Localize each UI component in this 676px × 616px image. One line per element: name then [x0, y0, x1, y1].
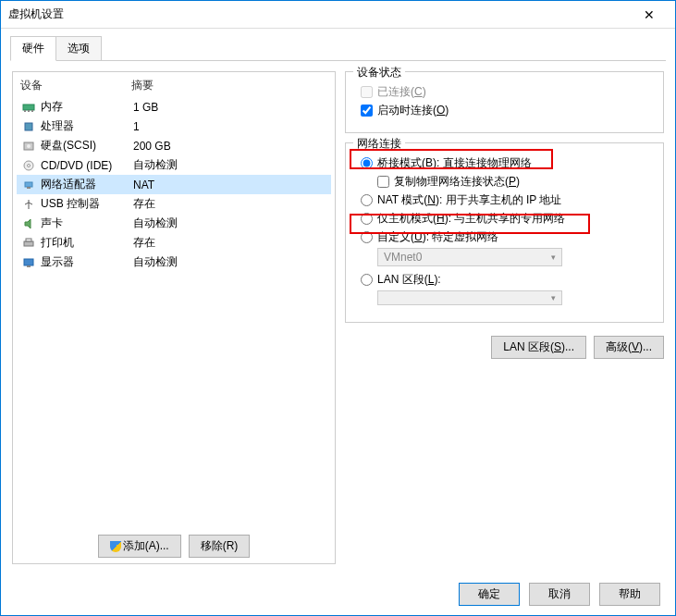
device-summary: NAT: [133, 179, 327, 191]
vmnet-dropdown: VMnet0 ▾: [377, 248, 562, 266]
hostonly-radio[interactable]: [361, 213, 373, 225]
lanseg-dropdown: ▾: [377, 290, 562, 305]
connected-checkbox: [361, 86, 373, 98]
connected-checkbox-row[interactable]: 已连接(C): [361, 84, 654, 100]
hardware-buttons: 添加(A)... 移除(R): [13, 528, 335, 563]
connect-on-start-label: 启动时连接(O): [377, 103, 449, 118]
svg-rect-0: [23, 105, 34, 110]
list-item-selected[interactable]: 网络适配器 NAT: [17, 175, 331, 194]
device-name: 网络适配器: [41, 177, 133, 192]
connect-on-start-checkbox-row[interactable]: 启动时连接(O): [361, 103, 654, 118]
device-status-title: 设备状态: [353, 65, 405, 80]
chevron-down-icon: ▾: [551, 293, 556, 302]
vmnet-value: VMnet0: [384, 251, 422, 264]
svg-rect-11: [24, 241, 33, 246]
svg-rect-13: [24, 259, 33, 265]
lanseg-label: LAN 区段(L):: [377, 272, 441, 288]
svg-rect-1: [24, 110, 26, 112]
tabs: 硬件 选项: [1, 29, 675, 61]
advanced-button[interactable]: 高级(V)...: [594, 336, 664, 359]
device-name: 硬盘(SCSI): [41, 138, 133, 154]
device-summary: 存在: [133, 235, 327, 251]
hostonly-radio-row[interactable]: 仅主机模式(H): 与主机共享的专用网络: [361, 211, 654, 227]
device-name: 内存: [41, 99, 133, 115]
window-title: 虚拟机设置: [8, 6, 631, 22]
hardware-list[interactable]: 内存 1 GB 处理器 1 硬盘(SCSI) 200 GB CD/DVD (ID…: [13, 97, 335, 528]
col-summary: 摘要: [131, 78, 154, 93]
hardware-list-panel: 设备 摘要 内存 1 GB 处理器 1 硬盘(SCSI) 200 GB: [12, 71, 336, 564]
connected-label: 已连接(C): [377, 84, 426, 100]
network-extra-buttons: LAN 区段(S)... 高级(V)...: [345, 332, 664, 363]
network-icon: [20, 178, 37, 192]
nat-radio[interactable]: [361, 194, 373, 206]
device-summary: 自动检测: [133, 254, 327, 270]
custom-radio[interactable]: [361, 231, 373, 243]
cpu-icon: [20, 119, 37, 134]
list-item[interactable]: USB 控制器 存在: [17, 194, 331, 214]
device-name: 打印机: [41, 235, 133, 251]
lanseg-radio-row[interactable]: LAN 区段(L):: [361, 272, 654, 288]
svg-point-6: [27, 144, 31, 148]
printer-icon: [20, 236, 37, 251]
connect-on-start-checkbox[interactable]: [361, 105, 373, 117]
display-icon: [20, 255, 37, 270]
device-summary: 1 GB: [133, 101, 327, 114]
tab-hardware[interactable]: 硬件: [10, 36, 56, 61]
device-name: CD/DVD (IDE): [41, 159, 133, 172]
device-summary: 自动检测: [133, 216, 327, 231]
svg-rect-4: [25, 123, 32, 130]
cancel-button[interactable]: 取消: [529, 583, 590, 606]
list-item[interactable]: 打印机 存在: [17, 233, 331, 253]
col-device: 设备: [20, 78, 131, 93]
hardware-list-header: 设备 摘要: [13, 72, 335, 97]
bridged-radio-row[interactable]: 桥接模式(B): 直接连接物理网络: [361, 155, 654, 171]
svg-point-8: [28, 164, 31, 166]
add-button[interactable]: 添加(A)...: [98, 535, 181, 558]
remove-button[interactable]: 移除(R): [189, 535, 251, 558]
list-item[interactable]: 显示器 自动检测: [17, 253, 331, 272]
cd-icon: [20, 158, 37, 173]
list-item[interactable]: 处理器 1: [17, 117, 331, 136]
vm-settings-window: 虚拟机设置 ✕ 硬件 选项 设备 摘要 内存 1 GB 处理器 1: [0, 0, 676, 616]
nat-label: NAT 模式(N): 用于共享主机的 IP 地址: [377, 192, 561, 208]
list-item[interactable]: 硬盘(SCSI) 200 GB: [17, 136, 331, 155]
memory-icon: [20, 100, 37, 115]
lan-segments-button[interactable]: LAN 区段(S)...: [491, 336, 586, 359]
nat-radio-row[interactable]: NAT 模式(N): 用于共享主机的 IP 地址: [361, 192, 654, 208]
device-summary: 自动检测: [133, 157, 327, 173]
replicate-checkbox-row[interactable]: 复制物理网络连接状态(P): [377, 174, 654, 190]
shield-icon: [110, 541, 121, 552]
tab-options[interactable]: 选项: [55, 36, 102, 61]
device-summary: 存在: [133, 196, 327, 212]
svg-rect-12: [26, 239, 31, 241]
sound-icon: [20, 216, 37, 231]
hdd-icon: [20, 139, 37, 154]
replicate-checkbox[interactable]: [377, 176, 389, 188]
device-status-group: 设备状态 已连接(C) 启动时连接(O): [345, 71, 664, 133]
network-connection-title: 网络连接: [353, 136, 405, 152]
list-item[interactable]: 内存 1 GB: [17, 97, 331, 117]
custom-label: 自定义(U): 特定虚拟网络: [377, 229, 498, 245]
custom-radio-row[interactable]: 自定义(U): 特定虚拟网络: [361, 229, 654, 245]
device-name: 声卡: [41, 216, 133, 231]
svg-rect-14: [27, 265, 31, 267]
device-name: 处理器: [41, 118, 133, 134]
list-item[interactable]: 声卡 自动检测: [17, 214, 331, 233]
device-name: 显示器: [41, 254, 133, 270]
svg-rect-2: [28, 110, 30, 112]
tab-underline: [10, 60, 666, 61]
help-button[interactable]: 帮助: [599, 583, 660, 606]
device-summary: 1: [133, 120, 327, 133]
svg-rect-10: [27, 187, 31, 189]
hostonly-label: 仅主机模式(H): 与主机共享的专用网络: [377, 211, 565, 227]
lanseg-radio[interactable]: [361, 274, 373, 286]
svg-rect-3: [31, 110, 33, 112]
chevron-down-icon: ▾: [551, 253, 556, 262]
add-button-label: 添加(A)...: [123, 539, 169, 552]
replicate-label: 复制物理网络连接状态(P): [394, 174, 520, 190]
ok-button[interactable]: 确定: [459, 583, 520, 606]
bridged-radio[interactable]: [361, 157, 373, 169]
close-icon[interactable]: ✕: [631, 7, 668, 22]
titlebar: 虚拟机设置 ✕: [1, 1, 675, 29]
list-item[interactable]: CD/DVD (IDE) 自动检测: [17, 155, 331, 175]
